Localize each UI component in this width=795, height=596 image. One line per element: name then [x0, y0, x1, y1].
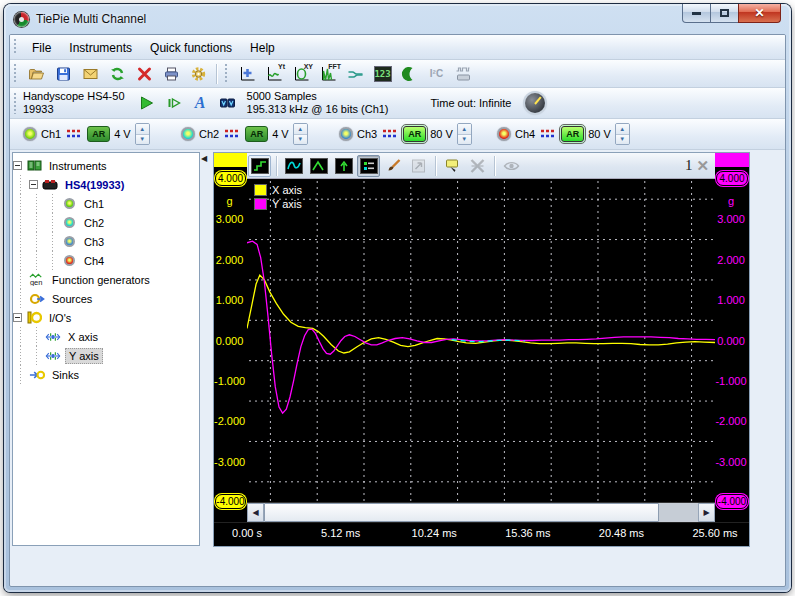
axis-tick-label: 3.000	[214, 213, 245, 225]
measure-button[interactable]	[343, 62, 368, 86]
spin-up-button[interactable]: ▲	[616, 124, 629, 134]
spin-up-button[interactable]: ▲	[458, 124, 471, 134]
splitter[interactable]: ◀	[200, 152, 209, 586]
timeout-knob[interactable]	[525, 93, 545, 113]
horizontal-scrollbar[interactable]: ◀ ▶	[247, 502, 715, 522]
menu-item-instruments[interactable]: Instruments	[60, 38, 141, 58]
print-button[interactable]	[159, 62, 184, 86]
tree-item-sources[interactable]: Sources	[13, 289, 199, 308]
envelope-button[interactable]	[307, 155, 330, 177]
add-object-button[interactable]	[235, 62, 260, 86]
add-callout-button[interactable]	[441, 155, 464, 177]
ch3-autorange-button[interactable]: AR	[403, 126, 426, 142]
open-button[interactable]	[24, 62, 49, 86]
maximize-button[interactable]	[711, 4, 738, 23]
ch1-autorange-button[interactable]: AR	[87, 126, 110, 142]
autoscale-button[interactable]	[332, 155, 355, 177]
title-bar[interactable]: TiePie Multi Channel ✕	[4, 4, 791, 34]
graph-number: 1	[685, 157, 693, 174]
step-interpolation-button[interactable]	[248, 155, 271, 177]
tree-item-instruments[interactable]: Instruments	[13, 156, 199, 175]
email-button[interactable]	[78, 62, 103, 86]
axis-min-value[interactable]: -4.000	[215, 494, 246, 509]
settings-button[interactable]	[186, 62, 211, 86]
scrollbar-thumb[interactable]	[264, 503, 659, 522]
yt-graph-button[interactable]: Yt	[262, 62, 287, 86]
legend-toggle-button[interactable]	[357, 155, 380, 177]
spin-down-button[interactable]: ▼	[136, 134, 149, 145]
spin-up-button[interactable]: ▲	[136, 124, 149, 134]
sine-curve-icon	[285, 158, 303, 174]
tree-item-hs4-19933-[interactable]: HS4(19933)	[13, 175, 199, 194]
menu-item-help[interactable]: Help	[241, 38, 284, 58]
menu-item-quick-functions[interactable]: Quick functions	[141, 38, 241, 58]
tree-item-ch2[interactable]: Ch2	[13, 213, 199, 232]
spin-down-button[interactable]: ▼	[458, 134, 471, 145]
spin-up-button[interactable]: ▲	[294, 124, 307, 134]
minimize-button[interactable]	[682, 4, 711, 23]
meter-button[interactable]	[215, 91, 240, 115]
crescent-button[interactable]	[397, 62, 422, 86]
instrument-serial: 19933	[23, 103, 125, 116]
counter-button[interactable]	[451, 62, 476, 86]
coupling-icon[interactable]	[66, 125, 82, 143]
refresh-button[interactable]	[105, 62, 130, 86]
i2c-button[interactable]: I²C	[424, 62, 449, 86]
spin-down-button[interactable]: ▼	[616, 134, 629, 145]
one-shot-button[interactable]	[161, 91, 186, 115]
tree-item-ch1[interactable]: Ch1	[13, 194, 199, 213]
sine-interpolation-button[interactable]	[282, 155, 305, 177]
legend-swatch-icon	[254, 198, 267, 210]
ch3-range-spinner[interactable]: ▲▼	[457, 123, 472, 145]
maximize-icon	[720, 9, 729, 17]
paint-button[interactable]	[382, 155, 405, 177]
tree-item-label: Ch2	[81, 216, 107, 230]
axis-min-value[interactable]: -4.000	[716, 494, 748, 509]
coupling-icon[interactable]	[540, 125, 556, 143]
tree-expander-icon[interactable]	[29, 180, 38, 189]
plot-legend[interactable]: X axisY axis	[254, 184, 302, 212]
tree-expander-icon[interactable]	[13, 313, 22, 322]
tree-item-ch3[interactable]: Ch3	[13, 232, 199, 251]
scroll-left-button[interactable]: ◀	[247, 503, 264, 522]
close-button[interactable]: ✕	[738, 4, 781, 23]
xy-graph-button[interactable]: XY	[289, 62, 314, 86]
tree-expander-icon[interactable]	[13, 161, 22, 170]
tree-item-y-axis[interactable]: Y axis	[13, 346, 199, 365]
save-button[interactable]	[51, 62, 76, 86]
delete-button[interactable]	[132, 62, 157, 86]
ch4-autorange-button[interactable]: AR	[561, 126, 584, 142]
scrollbar-track[interactable]	[264, 503, 698, 522]
axis-max-value[interactable]: 4.000	[716, 171, 748, 186]
axis-color-header	[214, 153, 247, 167]
coupling-icon[interactable]	[382, 125, 398, 143]
collapse-arrow-icon[interactable]: ◀	[201, 154, 207, 163]
autosetup-button[interactable]: A	[188, 91, 213, 115]
start-button[interactable]	[134, 91, 159, 115]
tree-item-function-generators[interactable]: genFunction generators	[13, 270, 199, 289]
menu-item-file[interactable]: File	[23, 38, 60, 58]
tree-item-ch4[interactable]: Ch4	[13, 251, 199, 270]
scroll-right-button[interactable]: ▶	[698, 503, 715, 522]
axis-unit-label: g	[214, 195, 245, 207]
tree-guide	[13, 346, 29, 365]
ch4-range-value: 80 V	[588, 128, 611, 140]
ch1-range-spinner[interactable]: ▲▼	[135, 123, 150, 145]
spin-down-button[interactable]: ▼	[294, 134, 307, 145]
restore-zoom-button	[407, 155, 430, 177]
crossed-markers-icon	[469, 158, 486, 174]
fft-graph-button[interactable]: FFT	[316, 62, 341, 86]
legend-swatch-icon	[254, 184, 267, 196]
fft-graph-label: FFT	[328, 63, 341, 70]
tree-item-i-o-s[interactable]: I/O's	[13, 308, 199, 327]
ch2-range-spinner[interactable]: ▲▼	[293, 123, 308, 145]
legend-entry-y-axis: Y axis	[254, 198, 302, 210]
tree-item-sinks[interactable]: Sinks	[13, 365, 199, 384]
tree-item-x-axis[interactable]: X axis	[13, 327, 199, 346]
plot-area[interactable]: X axisY axis	[247, 179, 715, 502]
ch4-range-spinner[interactable]: ▲▼	[615, 123, 630, 145]
coupling-icon[interactable]	[224, 125, 240, 143]
axis-max-value[interactable]: 4.000	[215, 171, 246, 186]
ch2-autorange-button[interactable]: AR	[245, 126, 268, 142]
value-display-button[interactable]: 123	[370, 62, 395, 86]
